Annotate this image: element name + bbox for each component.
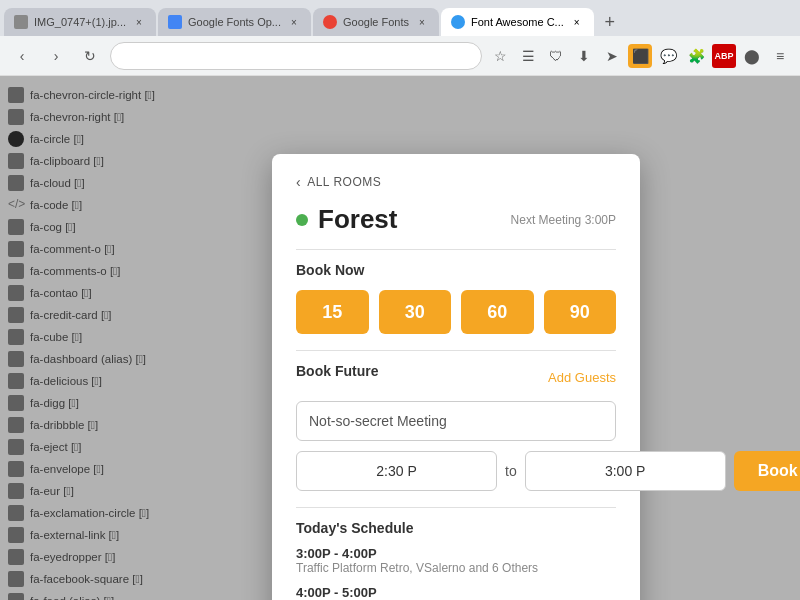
tab-img[interactable]: IMG_0747+(1).jp... ×	[4, 8, 156, 36]
schedule-time-2: 4:00P - 5:00P	[296, 585, 616, 600]
tab-favicon-gfo	[168, 15, 182, 29]
content-area: fa-chevron-circle-right [] fa-chevron-r…	[0, 76, 800, 600]
booking-modal: ‹ ALL ROOMS Forest Next Meeting 3:00P Bo…	[272, 154, 640, 600]
add-guests-button[interactable]: Add Guests	[548, 370, 616, 385]
star-icon[interactable]: ☆	[488, 44, 512, 68]
camera-icon[interactable]: ⬤	[740, 44, 764, 68]
divider-3	[296, 507, 616, 508]
room-name: Forest	[318, 204, 397, 235]
extensions-icon[interactable]: 🧩	[684, 44, 708, 68]
duration-buttons: 15 30 60 90	[296, 290, 616, 334]
duration-30-button[interactable]: 30	[379, 290, 452, 334]
forward-button[interactable]: ›	[42, 42, 70, 70]
tab-bar: IMG_0747+(1).jp... × Google Fonts Op... …	[0, 0, 800, 36]
tab-label-img: IMG_0747+(1).jp...	[34, 16, 126, 28]
toolbar-icons: ☆ ☰ 🛡 ⬇ ➤ ⬛ 💬 🧩 ABP ⬤ ≡	[488, 44, 792, 68]
divider-1	[296, 249, 616, 250]
back-arrow-icon: ‹	[296, 174, 301, 190]
schedule-section: Today's Schedule 3:00P - 4:00P Traffic P…	[296, 520, 616, 600]
book-future-title: Book Future	[296, 363, 378, 379]
tab-close-gfo[interactable]: ×	[287, 15, 301, 29]
adblock-icon[interactable]: ABP	[712, 44, 736, 68]
tab-close-fa[interactable]: ×	[570, 15, 584, 29]
time-to-input[interactable]	[525, 451, 726, 491]
schedule-title: Today's Schedule	[296, 520, 616, 536]
omnibar: ‹ › ↻ ☆ ☰ 🛡 ⬇ ➤ ⬛ 💬 🧩 ABP ⬤ ≡	[0, 36, 800, 76]
schedule-time-1: 3:00P - 4:00P	[296, 546, 616, 561]
tab-favicon-fa	[451, 15, 465, 29]
tab-google-fonts-op[interactable]: Google Fonts Op... ×	[158, 8, 311, 36]
book-now-title: Book Now	[296, 262, 616, 278]
speech-bubble-icon[interactable]: 💬	[656, 44, 680, 68]
browser-frame: IMG_0747+(1).jp... × Google Fonts Op... …	[0, 0, 800, 600]
to-label: to	[505, 463, 517, 479]
next-meeting-label: Next Meeting 3:00P	[511, 213, 616, 227]
tab-label-gf: Google Fonts	[343, 16, 409, 28]
book-button[interactable]: Book	[734, 451, 800, 491]
book-future-header: Book Future Add Guests	[296, 363, 616, 391]
room-name-group: Forest	[296, 204, 397, 235]
pocket-icon[interactable]: ⬛	[628, 44, 652, 68]
tab-label-gfo: Google Fonts Op...	[188, 16, 281, 28]
schedule-item-2: 4:00P - 5:00P DRidilla	[296, 585, 616, 600]
back-to-rooms[interactable]: ‹ ALL ROOMS	[296, 174, 616, 190]
shield-icon[interactable]: 🛡	[544, 44, 568, 68]
tab-favicon-img	[14, 15, 28, 29]
meeting-name-input[interactable]	[296, 401, 616, 441]
reading-list-icon[interactable]: ☰	[516, 44, 540, 68]
schedule-desc-1: Traffic Platform Retro, VSalerno and 6 O…	[296, 561, 616, 575]
tab-label-fa: Font Awesome C...	[471, 16, 564, 28]
download-icon[interactable]: ⬇	[572, 44, 596, 68]
refresh-button[interactable]: ↻	[76, 42, 104, 70]
tab-favicon-gf	[323, 15, 337, 29]
divider-2	[296, 350, 616, 351]
schedule-item-1: 3:00P - 4:00P Traffic Platform Retro, VS…	[296, 546, 616, 575]
tab-close-gf[interactable]: ×	[415, 15, 429, 29]
tab-google-fonts[interactable]: Google Fonts ×	[313, 8, 439, 36]
duration-90-button[interactable]: 90	[544, 290, 617, 334]
duration-15-button[interactable]: 15	[296, 290, 369, 334]
room-header: Forest Next Meeting 3:00P	[296, 204, 616, 235]
back-label: ALL ROOMS	[307, 175, 381, 189]
new-tab-button[interactable]: +	[596, 8, 624, 36]
back-button[interactable]: ‹	[8, 42, 36, 70]
address-bar[interactable]	[110, 42, 482, 70]
time-from-input[interactable]	[296, 451, 497, 491]
time-row: to Book	[296, 451, 616, 491]
availability-status-dot	[296, 214, 308, 226]
menu-icon[interactable]: ≡	[768, 44, 792, 68]
tab-font-awesome[interactable]: Font Awesome C... ×	[441, 8, 594, 36]
send-icon[interactable]: ➤	[600, 44, 624, 68]
duration-60-button[interactable]: 60	[461, 290, 534, 334]
tab-close-img[interactable]: ×	[132, 15, 146, 29]
